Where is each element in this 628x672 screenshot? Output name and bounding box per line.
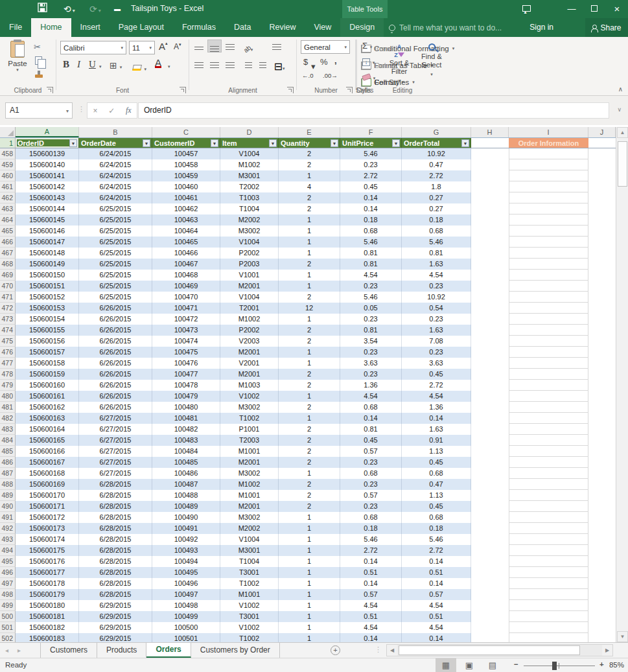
- cell[interactable]: [588, 347, 616, 358]
- cell[interactable]: 0.68: [340, 402, 402, 413]
- cell[interactable]: 0.14: [340, 203, 402, 214]
- cell[interactable]: 0.81: [340, 248, 402, 259]
- cell[interactable]: 150600174: [16, 534, 79, 545]
- cell[interactable]: 150600148: [16, 248, 79, 259]
- cell[interactable]: 0.57: [340, 446, 402, 457]
- cell[interactable]: 1: [279, 512, 340, 523]
- cell[interactable]: 150600168: [16, 468, 79, 479]
- cell[interactable]: 100486: [152, 468, 220, 479]
- cell[interactable]: 0.27: [402, 192, 471, 203]
- cell[interactable]: 6/25/2015: [79, 248, 152, 259]
- order-information-cell[interactable]: [509, 556, 588, 567]
- cell[interactable]: 6/25/2015: [79, 226, 152, 237]
- cell[interactable]: [471, 159, 509, 170]
- cell[interactable]: 1: [279, 578, 340, 589]
- cell[interactable]: 0.68: [402, 468, 471, 479]
- cell[interactable]: 6/25/2015: [79, 203, 152, 214]
- cell[interactable]: [588, 325, 616, 336]
- number-format-combo[interactable]: General▾: [301, 40, 350, 54]
- cell[interactable]: V1002: [220, 622, 279, 633]
- currency-caret-icon[interactable]: ▾: [311, 62, 316, 71]
- row-header-476[interactable]: 476: [0, 347, 16, 358]
- row-header-496[interactable]: 496: [0, 567, 16, 578]
- cell[interactable]: 6/26/2015: [79, 369, 152, 380]
- order-information-cell[interactable]: [509, 336, 588, 347]
- cell[interactable]: 150600159: [16, 369, 79, 380]
- cell[interactable]: [588, 170, 616, 181]
- cell[interactable]: [588, 446, 616, 457]
- cell[interactable]: T1004: [220, 556, 279, 567]
- row-header-493[interactable]: 493: [0, 534, 16, 545]
- cell[interactable]: [471, 347, 509, 358]
- cell[interactable]: 100481: [152, 413, 220, 424]
- cell[interactable]: 100500: [152, 622, 220, 633]
- cell[interactable]: 5.46: [340, 292, 402, 303]
- cell[interactable]: 6/27/2015: [79, 446, 152, 457]
- cell[interactable]: 0.23: [340, 314, 402, 325]
- cell[interactable]: [471, 270, 509, 281]
- row-header-499[interactable]: 499: [0, 600, 16, 611]
- order-information-cell[interactable]: [509, 270, 588, 281]
- row-header-486[interactable]: 486: [0, 457, 16, 468]
- cell[interactable]: 150600172: [16, 512, 79, 523]
- ribbon-tab-view[interactable]: View: [305, 18, 340, 37]
- cell[interactable]: [471, 336, 509, 347]
- cell[interactable]: [471, 369, 509, 380]
- font-color-caret-icon[interactable]: ▾: [168, 64, 170, 69]
- cell[interactable]: 3.54: [340, 336, 402, 347]
- cell[interactable]: 0.45: [402, 457, 471, 468]
- column-header-c[interactable]: C: [152, 127, 220, 137]
- order-information-cell[interactable]: [509, 402, 588, 413]
- cell[interactable]: 6/28/2015: [79, 523, 152, 534]
- font-dialog-launcher-icon[interactable]: [180, 87, 186, 93]
- save-icon[interactable]: [38, 3, 47, 16]
- table-header-ordertotal[interactable]: OrderTotal▼: [402, 138, 471, 148]
- cell[interactable]: 6/28/2015: [79, 589, 152, 600]
- cell[interactable]: 150600156: [16, 336, 79, 347]
- order-information-cell[interactable]: [509, 600, 588, 611]
- cell[interactable]: [471, 380, 509, 391]
- row-header-485[interactable]: 485: [0, 446, 16, 457]
- cell[interactable]: M2001: [220, 281, 279, 292]
- row-header-490[interactable]: 490: [0, 501, 16, 512]
- cell[interactable]: 100471: [152, 303, 220, 314]
- cell[interactable]: 4.54: [340, 622, 402, 633]
- row-header-465[interactable]: 465: [0, 226, 16, 237]
- cell[interactable]: 6/27/2015: [79, 435, 152, 446]
- cell[interactable]: 100493: [152, 545, 220, 556]
- cell[interactable]: 150600152: [16, 292, 79, 303]
- cell[interactable]: 0.14: [402, 413, 471, 424]
- cell[interactable]: 10.92: [402, 148, 471, 159]
- clear-icon[interactable]: ▾: [362, 72, 382, 82]
- cell[interactable]: 100495: [152, 567, 220, 578]
- cell[interactable]: [471, 292, 509, 303]
- cell[interactable]: 0.81: [340, 325, 402, 336]
- cell[interactable]: 6/24/2015: [79, 181, 152, 192]
- increase-decimal-icon[interactable]: ←.0: [302, 72, 313, 79]
- cell[interactable]: 2.72: [402, 170, 471, 181]
- cell[interactable]: 6/26/2015: [79, 303, 152, 314]
- zoom-slider-thumb[interactable]: [552, 662, 557, 670]
- cell[interactable]: 1: [279, 281, 340, 292]
- order-information-cell[interactable]: [509, 545, 588, 556]
- row-header-478[interactable]: 478: [0, 369, 16, 380]
- cell[interactable]: 2: [279, 380, 340, 391]
- currency-icon[interactable]: $: [303, 57, 308, 67]
- align-right-icon[interactable]: [223, 58, 237, 71]
- cell[interactable]: P2002: [220, 325, 279, 336]
- enter-icon[interactable]: ✓: [108, 106, 115, 115]
- cell[interactable]: [588, 259, 616, 270]
- cell[interactable]: 100487: [152, 479, 220, 490]
- cell[interactable]: [471, 468, 509, 479]
- sheet-tab-customers[interactable]: Customers: [40, 643, 97, 658]
- order-information-cell[interactable]: [509, 611, 588, 622]
- cell[interactable]: [588, 523, 616, 534]
- cell[interactable]: 2.72: [402, 380, 471, 391]
- cell[interactable]: 100499: [152, 611, 220, 622]
- cell[interactable]: 150600175: [16, 545, 79, 556]
- row-header-468[interactable]: 468: [0, 259, 16, 270]
- italic-button[interactable]: I: [77, 59, 80, 70]
- cell[interactable]: [471, 545, 509, 556]
- cell[interactable]: T2003: [220, 435, 279, 446]
- cell[interactable]: 2: [279, 424, 340, 435]
